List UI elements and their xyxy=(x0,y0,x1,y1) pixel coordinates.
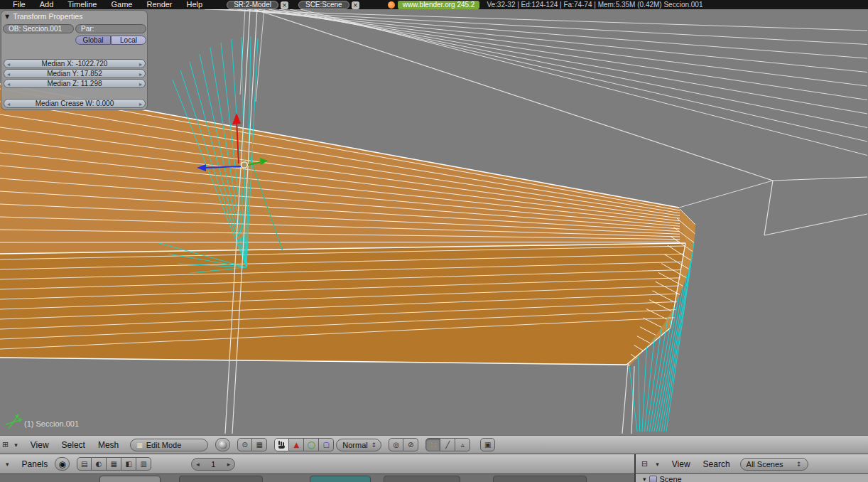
median-z-slider[interactable]: ◂Median Z: 11.298▸ xyxy=(4,79,146,88)
dropdown-arrows-icon: ↕ xyxy=(371,441,377,449)
translate-manipulator-toggle[interactable]: ▲ xyxy=(289,438,304,451)
face-select-button[interactable]: ▵ xyxy=(455,438,470,451)
hand-icon xyxy=(278,441,286,449)
median-crease-slider[interactable]: ◂Median Crease W: 0.000▸ xyxy=(4,99,146,108)
window-split-widget[interactable]: ⊞ xyxy=(2,440,9,449)
menu-render[interactable]: Render xyxy=(146,0,172,9)
menu-file[interactable]: File xyxy=(13,0,26,9)
buttons-panel-tab[interactable] xyxy=(384,476,460,482)
vertex-select-button[interactable]: ∷ xyxy=(425,438,440,451)
scene-close-button[interactable]: × xyxy=(352,1,359,9)
parent-field[interactable]: Par: xyxy=(75,24,146,33)
script-context-button[interactable]: ▤ xyxy=(77,457,92,471)
panel-collapse-icon[interactable]: ▼ xyxy=(5,14,9,20)
frame-prev-button[interactable]: ◂ xyxy=(196,461,200,468)
menu-search[interactable]: Search xyxy=(703,459,730,469)
outliner-scope-dropdown[interactable]: All Scenes ↕ xyxy=(740,458,808,471)
panels-menu[interactable]: Panels xyxy=(22,459,48,469)
median-crease-value: Median Crease W: 0.000 xyxy=(36,100,114,107)
menu-select[interactable]: Select xyxy=(62,440,85,450)
logic-context-button[interactable]: ◉ xyxy=(55,457,70,471)
median-x-slider[interactable]: ◂Median X: -1022.720▸ xyxy=(4,59,146,68)
mode-label: Edit Mode xyxy=(146,441,182,449)
panel-header[interactable]: ▼ Transform Properties xyxy=(5,12,82,21)
outliner-header: ⊟ ▾ View Search All Scenes ↕ xyxy=(634,454,868,474)
scene-context-button[interactable]: ▥ xyxy=(136,457,151,471)
buttons-window-content xyxy=(0,474,634,482)
edit-mode-icon: ▦ xyxy=(136,441,143,449)
median-y-slider[interactable]: ◂Median Y: 17.852▸ xyxy=(4,69,146,78)
median-z-value: Median Z: 11.298 xyxy=(47,80,102,87)
median-y-value: Median Y: 17.852 xyxy=(47,70,102,77)
header-menu-toggle-icon[interactable]: ▾ xyxy=(6,461,9,468)
local-button[interactable]: Local xyxy=(111,36,146,45)
rotate-manipulator-toggle[interactable]: ◯ xyxy=(304,438,319,451)
menu-view[interactable]: View xyxy=(31,440,49,450)
frame-counter[interactable]: ◂ 1 ▸ xyxy=(191,458,235,471)
viewport-header: ⊞ ▾ View Select Mesh ▦ Edit Mode ⊙ ▦ ▲ ◯… xyxy=(0,435,868,454)
screen-close-button[interactable]: × xyxy=(281,1,288,9)
header-menu-toggle-icon[interactable]: ▾ xyxy=(14,441,18,449)
viewport-shading-dropdown[interactable] xyxy=(215,438,230,451)
panel-title: Transform Properties xyxy=(13,12,82,21)
editor-type-icon[interactable]: ⊟ xyxy=(641,459,648,468)
layers-grid-button[interactable]: ▦ xyxy=(252,438,267,451)
buttons-panel-tab[interactable] xyxy=(310,476,371,482)
slider-right-arrow-icon[interactable]: ▸ xyxy=(139,100,142,108)
snap-button[interactable]: ⊘ xyxy=(403,438,418,451)
slider-left-arrow-icon[interactable]: ◂ xyxy=(7,80,10,88)
blender-window: File Add Timeline Game Render Help SR:2-… xyxy=(0,0,868,482)
menu-mesh[interactable]: Mesh xyxy=(98,440,119,450)
version-label: www.blender.org 245.2 xyxy=(398,1,480,9)
median-x-value: Median X: -1022.720 xyxy=(42,60,108,68)
render-preview-button[interactable]: ▣ xyxy=(480,438,495,451)
slider-right-arrow-icon[interactable]: ▸ xyxy=(139,80,142,88)
scale-manipulator-toggle[interactable]: ▢ xyxy=(319,438,334,451)
frame-next-button[interactable]: ▸ xyxy=(227,461,231,468)
scene-selector[interactable]: SCE:Scene xyxy=(298,1,349,9)
slider-left-arrow-icon[interactable]: ◂ xyxy=(7,70,10,78)
outliner-scene-label: Scene xyxy=(660,475,682,482)
selected-mesh-beam xyxy=(0,84,695,366)
proportional-edit-button[interactable]: ◎ xyxy=(389,438,403,451)
editing-context-button[interactable]: ◧ xyxy=(121,457,136,471)
scene-stats-label: Ve:32-32 | Ed:124-124 | Fa:74-74 | Mem:5… xyxy=(487,0,702,9)
shading-context-button[interactable]: ◐ xyxy=(92,457,107,471)
frame-value: 1 xyxy=(211,460,215,468)
orientation-label: Normal xyxy=(342,441,367,449)
screen-selector[interactable]: SR:2-Model xyxy=(227,1,278,9)
object-context-button[interactable]: ▦ xyxy=(107,457,121,471)
outliner-scope-label: All Scenes xyxy=(747,460,783,468)
viewport-mini-axis xyxy=(6,414,23,429)
menu-timeline[interactable]: Timeline xyxy=(67,0,97,9)
menu-game[interactable]: Game xyxy=(111,0,132,9)
buttons-panel-tab[interactable] xyxy=(493,476,587,482)
pivot-dropdown[interactable]: ⊙ xyxy=(237,438,252,451)
blender-logo-icon xyxy=(388,1,395,9)
global-button[interactable]: Global xyxy=(75,36,111,45)
viewport-3d[interactable]: ▼ Transform Properties OB: Seccion.001 P… xyxy=(0,9,868,435)
transform-properties-panel[interactable]: ▼ Transform Properties OB: Seccion.001 P… xyxy=(1,10,148,110)
slider-right-arrow-icon[interactable]: ▸ xyxy=(139,60,142,68)
active-object-label: (1) Seccion.001 xyxy=(24,419,79,428)
slider-left-arrow-icon[interactable]: ◂ xyxy=(7,100,10,108)
expand-triangle-icon[interactable]: ▾ xyxy=(643,476,646,482)
info-header: File Add Timeline Game Render Help SR:2-… xyxy=(0,0,868,9)
slider-right-arrow-icon[interactable]: ▸ xyxy=(139,70,142,78)
mode-dropdown[interactable]: ▦ Edit Mode xyxy=(130,439,208,451)
buttons-panel-tab[interactable] xyxy=(179,476,263,482)
slider-left-arrow-icon[interactable]: ◂ xyxy=(7,60,10,68)
menu-view[interactable]: View xyxy=(672,459,690,469)
edge-select-button[interactable]: ╱ xyxy=(440,438,455,451)
menu-add[interactable]: Add xyxy=(40,0,54,9)
buttons-panel-tab[interactable] xyxy=(99,476,161,482)
solid-shading-icon xyxy=(219,441,227,449)
buttons-window-header: ▾ Panels ◉ ▤ ◐ ▦ ◧ ▥ ◂ 1 ▸ xyxy=(0,454,634,474)
manipulator-hand-button[interactable] xyxy=(274,438,289,451)
object-name-field[interactable]: OB: Seccion.001 xyxy=(3,24,74,33)
outliner-content: ▾ Scene xyxy=(634,474,868,482)
header-menu-toggle-icon[interactable]: ▾ xyxy=(656,461,659,468)
menu-help[interactable]: Help xyxy=(187,0,203,9)
orientation-dropdown[interactable]: Normal ↕ xyxy=(336,439,381,451)
outliner-row-scene[interactable]: ▾ Scene xyxy=(636,474,868,482)
